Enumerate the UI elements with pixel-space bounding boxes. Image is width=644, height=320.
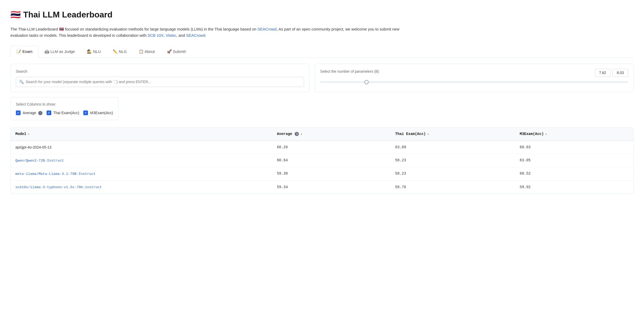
seacrowd-link-1[interactable]: SEACrowd [257,27,276,31]
tab-nlg[interactable]: ✏️ NLG [107,46,133,57]
tab-nlu[interactable]: 🕵️ NLU [81,46,107,57]
model-cell: scb10x/llama-3-typhoon-v1.5x-70b-instruc… [11,181,272,194]
table-body: api/gpt-4o-2024-05-13 66.26 63.89 68.63 … [11,141,633,194]
thai-exam-cell: 58.23 [390,154,515,167]
model-cell: meta-llama/Meta-Llama-3.1-70B-Instruct [11,167,272,180]
average-cell: 59.34 [272,181,390,194]
table-row: Qwen/Qwen2-72B-Instruct 60.64 58.23 63.0… [11,154,633,167]
average-cell: 66.26 [272,141,390,154]
m3exam-cell: 68.63 [515,141,634,154]
search-input[interactable] [26,80,301,84]
m3exam-cell: 59.92 [515,181,634,194]
th-m3exam[interactable]: M3Exam(Acc) ▲ [515,128,634,141]
tab-bar: 📝 Exam 🤖 LLM as Judge 🕵️ NLU ✏️ NLG 📋 Ab… [10,46,634,58]
model-link[interactable]: scb10x/llama-3-typhoon-v1.5x-70b-instruc… [15,185,102,189]
tab-about[interactable]: 📋 About [133,46,161,57]
th-average-label: Average [277,131,292,137]
checkbox-m3exam[interactable]: M3Exam(Acc) [83,110,113,116]
average-info-icon: i [295,132,299,136]
checkbox-thai-exam[interactable]: Thai Exam(Acc) [47,110,79,116]
th-model[interactable]: Model ▲ [11,128,272,141]
checkbox-thai-exam-icon [47,110,51,115]
tab-submit[interactable]: 🚀 Submit! [161,46,192,57]
thai-exam-cell: 58.23 [390,167,515,180]
th-thai-exam[interactable]: Thai Exam(Acc) ▲ [390,128,515,141]
model-cell: api/gpt-4o-2024-05-13 [11,141,272,154]
tab-llm-judge[interactable]: 🤖 LLM as Judge [39,46,81,57]
search-input-wrapper: 🔍 [16,77,304,87]
columns-label: Select Columns to show: [16,102,113,107]
model-link[interactable]: Qwen/Qwen2-72B-Instruct [15,159,64,163]
seacrowd-link-2[interactable]: SEACrowd [186,33,205,38]
search-container: Search 🔍 [10,64,310,92]
params-max-value: 8.03 [613,69,628,77]
checkbox-average-label: Average ↑ [23,110,42,116]
m3exam-cell: 63.05 [515,154,634,167]
th-average[interactable]: Average i ▲ [272,128,390,141]
checkbox-thai-exam-label: Thai Exam(Acc) [53,110,79,116]
leaderboard-table-container: Model ▲ Average i ▲ Thai Exam(Acc) ▲ [10,127,634,194]
checkbox-m3exam-label: M3Exam(Acc) [90,110,113,116]
params-min-value: 7.62 [595,69,610,77]
slider-track [320,82,628,83]
th-model-label: Model [15,131,26,137]
th-m3exam-label: M3Exam(Acc) [520,131,544,137]
params-label: Select the number of parameters (B) [320,69,379,74]
table-row: scb10x/llama-3-typhoon-v1.5x-70b-instruc… [11,181,633,194]
checkbox-m3exam-icon [83,110,88,115]
average-cell: 59.38 [272,167,390,180]
model-sort-arrow: ▲ [28,132,29,136]
checkbox-average-icon [16,110,21,115]
slider-thumb[interactable] [364,80,369,84]
vistec-link[interactable]: Vistec [166,33,176,38]
m3exam-cell: 60.52 [515,167,634,180]
search-label: Search [16,69,304,74]
average-sort-icon: ↑ [38,111,42,115]
table-row: api/gpt-4o-2024-05-13 66.26 63.89 68.63 [11,141,633,154]
leaderboard-table: Model ▲ Average i ▲ Thai Exam(Acc) ▲ [11,128,633,194]
thai-exam-cell: 63.89 [390,141,515,154]
average-sort-arrow: ▲ [300,132,302,136]
search-icon: 🔍 [19,79,24,85]
columns-selector: Select Columns to show: Average ↑ Thai E… [10,97,118,120]
table-row: meta-llama/Meta-Llama-3.1-70B-Instruct 5… [11,167,633,180]
page-title: 🇹🇭 Thai LLM Leaderboard [10,8,634,21]
th-thai-exam-label: Thai Exam(Acc) [395,131,426,137]
table-header-row: Model ▲ Average i ▲ Thai Exam(Acc) ▲ [11,128,633,141]
controls-row: Search 🔍 Select the number of parameters… [10,64,634,92]
thai-exam-sort-arrow: ▲ [427,132,429,136]
m3exam-sort-arrow: ▲ [545,132,547,136]
checkboxes-row: Average ↑ Thai Exam(Acc) M3Exam(Acc) [16,110,113,116]
tab-exam[interactable]: 📝 Exam [10,46,39,58]
average-cell: 60.64 [272,154,390,167]
scb10x-link[interactable]: SCB 10X [148,33,164,38]
page-description: The Thai-LLM Leaderboard 🇹🇭 focused on s… [10,26,401,39]
model-cell: Qwen/Qwen2-72B-Instruct [11,154,272,167]
params-slider[interactable] [320,79,628,85]
checkbox-average[interactable]: Average ↑ [16,110,42,116]
thai-exam-cell: 58.76 [390,181,515,194]
slider-fill [320,82,366,83]
model-name: api/gpt-4o-2024-05-13 [15,145,52,149]
params-container: Select the number of parameters (B) 7.62… [315,64,634,92]
model-link[interactable]: meta-llama/Meta-Llama-3.1-70B-Instruct [15,172,96,176]
